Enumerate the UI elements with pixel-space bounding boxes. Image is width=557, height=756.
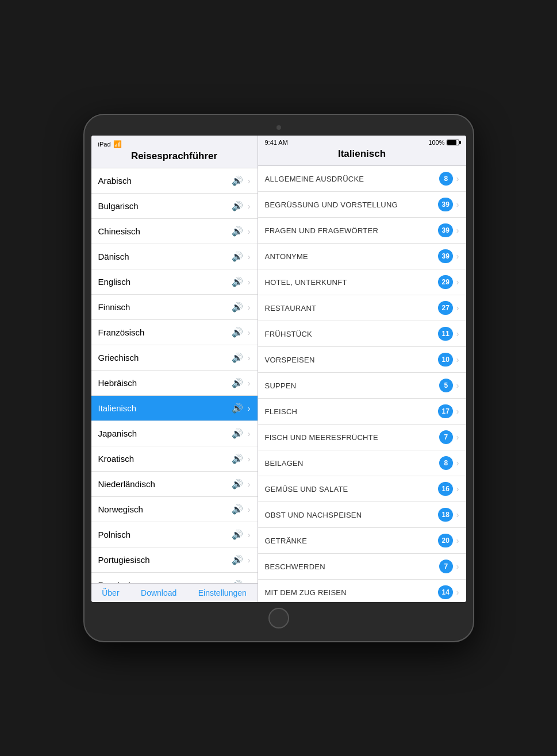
about-link[interactable]: Über bbox=[102, 588, 119, 597]
camera-dot bbox=[276, 125, 281, 130]
category-item[interactable]: SUPPEN 5 › bbox=[258, 373, 466, 399]
category-label: VORSPEISEN bbox=[265, 356, 439, 364]
category-label: RESTAURANT bbox=[265, 304, 439, 313]
category-item[interactable]: OBST UND NACHSPEISEN 18 › bbox=[258, 502, 466, 528]
battery-bar bbox=[447, 140, 459, 145]
battery-percent: 100% bbox=[428, 139, 444, 146]
right-pane-title: Italienisch bbox=[265, 147, 459, 162]
chevron-icon: › bbox=[456, 381, 459, 390]
count-badge: 8 bbox=[439, 456, 453, 470]
category-item[interactable]: FISCH UND MEERESFRÜCHTE 7 › bbox=[258, 425, 466, 450]
category-label: FISCH UND MEERESFRÜCHTE bbox=[265, 433, 439, 442]
category-item[interactable]: RESTAURANT 27 › bbox=[258, 295, 466, 321]
chevron-icon: › bbox=[248, 454, 251, 464]
language-item[interactable]: Russisch 🔊 › bbox=[91, 573, 258, 583]
language-item[interactable]: Italienisch 🔊 › bbox=[91, 396, 258, 421]
language-label: Japanisch bbox=[98, 429, 232, 438]
category-item[interactable]: GETRÄNKE 20 › bbox=[258, 528, 466, 554]
battery-indicator: 100% bbox=[428, 139, 459, 146]
category-label: OBST UND NACHSPEISEN bbox=[265, 511, 439, 519]
category-item[interactable]: VORSPEISEN 10 › bbox=[258, 347, 466, 373]
language-item[interactable]: Griechisch 🔊 › bbox=[91, 345, 258, 371]
chevron-icon: › bbox=[248, 277, 251, 287]
category-item[interactable]: FLEISCH 17 › bbox=[258, 399, 466, 425]
language-item[interactable]: Portugiesisch 🔊 › bbox=[91, 547, 258, 573]
category-label: ANTONYME bbox=[265, 252, 439, 261]
chevron-icon: › bbox=[456, 252, 459, 261]
category-item[interactable]: BEILAGEN 8 › bbox=[258, 450, 466, 476]
count-badge: 7 bbox=[439, 560, 453, 573]
left-status-bar: iPad 📶 bbox=[98, 140, 251, 148]
chevron-icon: › bbox=[456, 407, 459, 416]
chevron-icon: › bbox=[248, 303, 251, 312]
language-label: Dänisch bbox=[98, 252, 232, 261]
category-item[interactable]: ANTONYME 39 › bbox=[258, 244, 466, 269]
ipad-device: iPad 📶 Reisesprachführer Arabisch 🔊 › Bu… bbox=[83, 114, 474, 642]
settings-link[interactable]: Einstellungen bbox=[198, 588, 247, 597]
category-item[interactable]: GEMÜSE UND SALATE 16 › bbox=[258, 476, 466, 502]
left-pane: iPad 📶 Reisesprachführer Arabisch 🔊 › Bu… bbox=[91, 136, 258, 602]
chevron-icon: › bbox=[456, 510, 459, 519]
category-item[interactable]: FRÜHSTÜCK 11 › bbox=[258, 321, 466, 347]
language-item[interactable]: Dänisch 🔊 › bbox=[91, 244, 258, 269]
language-item[interactable]: Bulgarisch 🔊 › bbox=[91, 194, 258, 219]
chevron-icon: › bbox=[248, 556, 251, 565]
count-badge: 39 bbox=[438, 223, 452, 237]
chevron-icon: › bbox=[248, 379, 251, 388]
speaker-icon: 🔊 bbox=[232, 251, 243, 262]
speaker-icon: 🔊 bbox=[232, 403, 243, 414]
language-item[interactable]: Japanisch 🔊 › bbox=[91, 421, 258, 446]
category-item[interactable]: HOTEL, UNTERKUNFT 29 › bbox=[258, 269, 466, 295]
language-item[interactable]: Französisch 🔊 › bbox=[91, 320, 258, 345]
time-label: 9:41 AM bbox=[265, 139, 288, 146]
language-label: Griechisch bbox=[98, 353, 232, 362]
download-link[interactable]: Download bbox=[141, 588, 176, 597]
category-item[interactable]: MIT DEM ZUG REISEN 14 › bbox=[258, 580, 466, 602]
language-item[interactable]: Niederländisch 🔊 › bbox=[91, 472, 258, 497]
chevron-icon: › bbox=[456, 484, 459, 493]
count-badge: 7 bbox=[439, 430, 453, 444]
left-header: iPad 📶 Reisesprachführer bbox=[91, 136, 258, 168]
carrier-label: iPad bbox=[98, 141, 111, 148]
chevron-icon: › bbox=[456, 433, 459, 442]
category-item[interactable]: BESCHWERDEN 7 › bbox=[258, 554, 466, 580]
chevron-icon: › bbox=[456, 174, 459, 183]
category-label: GEMÜSE UND SALATE bbox=[265, 485, 439, 493]
category-item[interactable]: FRAGEN UND FRAGEWÖRTER 39 › bbox=[258, 218, 466, 244]
language-label: Kroatisch bbox=[98, 454, 232, 464]
chevron-icon: › bbox=[248, 202, 251, 211]
language-item[interactable]: Chinesisch 🔊 › bbox=[91, 219, 258, 244]
count-badge: 29 bbox=[438, 275, 452, 289]
language-label: Hebräisch bbox=[98, 378, 232, 388]
language-label: Bulgarisch bbox=[98, 201, 232, 211]
language-label: Englisch bbox=[98, 277, 232, 287]
chevron-icon: › bbox=[248, 530, 251, 539]
count-badge: 17 bbox=[438, 404, 452, 418]
language-item[interactable]: Hebräisch 🔊 › bbox=[91, 371, 258, 396]
speaker-icon: 🔊 bbox=[232, 175, 243, 186]
language-item[interactable]: Kroatisch 🔊 › bbox=[91, 446, 258, 472]
category-item[interactable]: BEGRÜSSUNG UND VORSTELLUNG 39 › bbox=[258, 192, 466, 218]
chevron-icon: › bbox=[456, 355, 459, 364]
chevron-icon: › bbox=[456, 329, 459, 338]
category-label: SUPPEN bbox=[265, 381, 439, 390]
chevron-icon: › bbox=[248, 429, 251, 438]
chevron-icon: › bbox=[248, 328, 251, 337]
language-item[interactable]: Polnisch 🔊 › bbox=[91, 522, 258, 547]
category-item[interactable]: ALLGEMEINE AUSDRÜCKE 8 › bbox=[258, 166, 466, 192]
home-button[interactable] bbox=[268, 608, 289, 628]
chevron-icon: › bbox=[456, 588, 459, 597]
language-label: Chinesisch bbox=[98, 226, 232, 236]
chevron-icon: › bbox=[456, 562, 459, 571]
speaker-icon: 🔊 bbox=[232, 504, 243, 515]
language-item[interactable]: Finnisch 🔊 › bbox=[91, 295, 258, 320]
language-item[interactable]: Norwegisch 🔊 › bbox=[91, 497, 258, 522]
wifi-icon: 📶 bbox=[113, 140, 122, 148]
count-badge: 10 bbox=[438, 353, 452, 367]
language-label: Niederländisch bbox=[98, 479, 232, 489]
count-badge: 39 bbox=[438, 249, 452, 263]
battery-fill bbox=[447, 140, 456, 145]
chevron-icon: › bbox=[248, 505, 251, 514]
language-item[interactable]: Arabisch 🔊 › bbox=[91, 168, 258, 194]
language-item[interactable]: Englisch 🔊 › bbox=[91, 269, 258, 295]
